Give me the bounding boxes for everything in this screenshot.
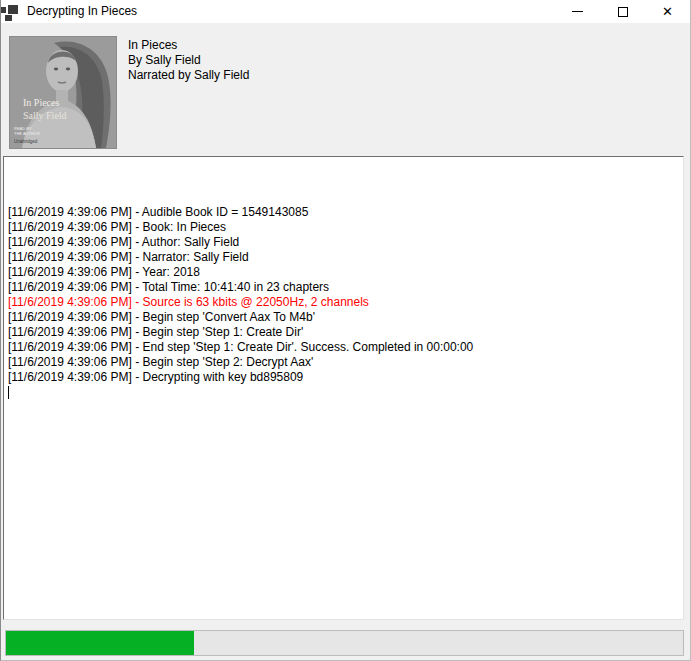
window-title: Decrypting In Pieces [27, 0, 137, 23]
book-narrator: Narrated by Sally Field [128, 68, 249, 83]
app-window: Decrypting In Pieces ✕ [0, 0, 691, 661]
log-line: [11/6/2019 4:39:06 PM] - End step 'Step … [8, 340, 679, 355]
cover-title-text: In Pieces [23, 97, 59, 108]
log-line: [11/6/2019 4:39:06 PM] - Source is 63 kb… [8, 295, 679, 310]
caption-buttons: ✕ [555, 0, 690, 23]
close-icon: ✕ [662, 5, 673, 18]
book-cover-image: In Pieces Sally Field READ BY THE AUTHOR… [9, 36, 117, 149]
book-cover-art: In Pieces Sally Field READ BY THE AUTHOR… [10, 37, 116, 148]
book-info: In Pieces By Sally Field Narrated by Sal… [128, 38, 249, 83]
maximize-icon [618, 7, 628, 17]
log-line: [11/6/2019 4:39:06 PM] - Total Time: 10:… [8, 280, 679, 295]
log-line: [11/6/2019 4:39:06 PM] - Author: Sally F… [8, 235, 679, 250]
progress-fill [6, 631, 194, 655]
book-title: In Pieces [128, 38, 249, 53]
title-bar[interactable]: Decrypting In Pieces ✕ [1, 0, 690, 23]
log-line: [11/6/2019 4:39:06 PM] - Begin step 'Ste… [8, 355, 679, 370]
minimize-icon [572, 11, 583, 12]
log-line: [11/6/2019 4:39:06 PM] - Begin step 'Con… [8, 310, 679, 325]
cover-badge-edition: Unabridged [14, 139, 38, 144]
log-textbox[interactable]: [11/6/2019 4:39:06 PM] - Audible Book ID… [3, 156, 684, 620]
maximize-button[interactable] [600, 0, 645, 23]
log-line: [11/6/2019 4:39:06 PM] - Book: In Pieces [8, 220, 679, 235]
text-caret [8, 386, 9, 399]
cover-author-text: Sally Field [23, 110, 67, 121]
book-author: By Sally Field [128, 53, 249, 68]
log-line: [11/6/2019 4:39:06 PM] - Decrypting with… [8, 370, 679, 385]
log-line: [11/6/2019 4:39:06 PM] - Begin step 'Ste… [8, 325, 679, 340]
minimize-button[interactable] [555, 0, 600, 23]
progress-bar [5, 630, 684, 656]
log-line: [11/6/2019 4:39:06 PM] - Audible Book ID… [8, 205, 679, 220]
cover-badge-line2: THE AUTHOR [14, 131, 40, 136]
app-icon [1, 4, 18, 20]
log-line: [11/6/2019 4:39:06 PM] - Year: 2018 [8, 265, 679, 280]
log-line: [11/6/2019 4:39:06 PM] - Narrator: Sally… [8, 250, 679, 265]
close-button[interactable]: ✕ [645, 0, 690, 23]
